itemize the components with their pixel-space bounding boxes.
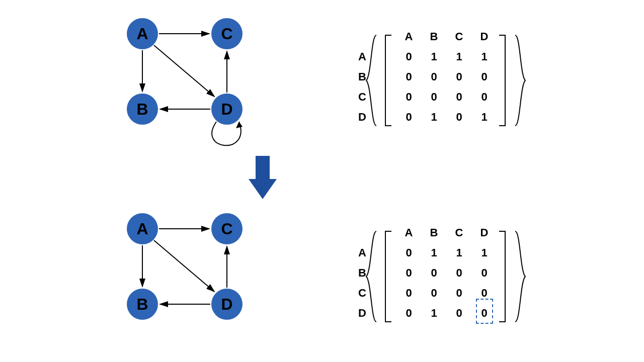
matrix1-left-bracket bbox=[385, 35, 391, 126]
matrix-cell: 0 bbox=[448, 111, 470, 124]
matrix-cell: 0 bbox=[448, 70, 470, 83]
matrix-cell: 0 bbox=[423, 90, 445, 104]
matrix-row-header: A bbox=[352, 50, 366, 63]
node-d-1: D bbox=[211, 94, 243, 125]
self-loop-d-arrowhead bbox=[236, 122, 243, 128]
matrix-col-header: A bbox=[397, 226, 420, 239]
self-loop-d bbox=[212, 122, 241, 145]
node-c-2: C bbox=[211, 213, 243, 244]
matrix-row-header: D bbox=[352, 307, 366, 320]
matrix2-right-brace bbox=[515, 231, 525, 322]
matrix-col-header: C bbox=[448, 226, 470, 239]
node-label: B bbox=[136, 100, 148, 119]
edge-a-d-1 bbox=[154, 45, 214, 97]
matrix-row-header: B bbox=[352, 70, 366, 83]
matrix-cell: 0 bbox=[448, 266, 470, 280]
matrix-col-header: B bbox=[423, 30, 445, 43]
matrix-row-header: C bbox=[352, 90, 366, 104]
matrix-cell: 0 bbox=[448, 307, 470, 320]
node-a-1: A bbox=[127, 18, 158, 49]
down-arrow-icon bbox=[249, 156, 277, 199]
matrix-cell: 0 bbox=[423, 70, 445, 83]
matrix-col-header: B bbox=[423, 226, 445, 239]
matrix-cell: 0 bbox=[448, 287, 470, 300]
matrix-cell: 1 bbox=[448, 246, 470, 259]
matrix-cell: 0 bbox=[397, 70, 420, 83]
svg-rect-0 bbox=[256, 156, 270, 179]
matrix2-left-brace bbox=[366, 231, 376, 322]
matrix-cell: 0 bbox=[397, 307, 420, 320]
matrix2-right-bracket bbox=[499, 231, 505, 322]
matrix-cell: 0 bbox=[473, 266, 496, 280]
node-label: D bbox=[221, 100, 232, 119]
matrix-cell: 1 bbox=[423, 246, 445, 259]
node-d-2: D bbox=[211, 289, 243, 320]
matrix-row-header: B bbox=[352, 266, 366, 280]
node-label: A bbox=[136, 25, 148, 43]
matrix-cell: 1 bbox=[448, 50, 470, 63]
node-label: B bbox=[136, 295, 148, 314]
matrix-row-header: C bbox=[352, 287, 366, 300]
matrix-cell: 0 bbox=[397, 266, 420, 280]
matrix1-right-bracket bbox=[499, 35, 505, 126]
matrix-cell: 0 bbox=[448, 90, 470, 104]
matrix1-right-brace bbox=[515, 35, 525, 126]
matrix-cell: 0 bbox=[473, 70, 496, 83]
matrix-cell: 0 bbox=[423, 266, 445, 280]
matrix2-left-bracket bbox=[385, 231, 391, 322]
matrix-cell: 0 bbox=[397, 287, 420, 300]
node-a-2: A bbox=[127, 213, 158, 244]
matrix-cell: 0 bbox=[473, 90, 496, 104]
node-label: C bbox=[221, 25, 232, 43]
matrix-col-header: D bbox=[473, 30, 496, 43]
svg-marker-1 bbox=[249, 179, 277, 199]
matrix-cell: 0 bbox=[397, 90, 420, 104]
matrix-cell: 0 bbox=[397, 246, 420, 259]
matrix-cell: 1 bbox=[473, 246, 496, 259]
matrix-cell: 0 bbox=[397, 50, 420, 63]
matrix-cell: 1 bbox=[473, 50, 496, 63]
node-label: D bbox=[221, 295, 232, 314]
changed-cell-highlight bbox=[476, 299, 493, 324]
matrix-cell: 0 bbox=[473, 287, 496, 300]
matrix-row-header: D bbox=[352, 111, 366, 124]
matrix-row-header: A bbox=[352, 246, 366, 259]
matrix-cell: 0 bbox=[423, 287, 445, 300]
edge-a-d-2 bbox=[154, 240, 214, 292]
matrix-cell: 1 bbox=[473, 111, 496, 124]
node-b-1: B bbox=[127, 94, 158, 125]
matrix-cell: 0 bbox=[397, 111, 420, 124]
matrix-col-header: A bbox=[397, 30, 420, 43]
matrix-col-header: D bbox=[473, 226, 496, 239]
matrix-cell: 1 bbox=[423, 50, 445, 63]
node-label: C bbox=[221, 220, 232, 238]
matrix-cell: 1 bbox=[423, 307, 445, 320]
matrix-col-header: C bbox=[448, 30, 470, 43]
node-b-2: B bbox=[127, 289, 158, 320]
node-c-1: C bbox=[211, 18, 243, 49]
matrix-cell: 1 bbox=[423, 111, 445, 124]
matrix1-left-brace bbox=[366, 35, 376, 126]
node-label: A bbox=[136, 220, 148, 238]
